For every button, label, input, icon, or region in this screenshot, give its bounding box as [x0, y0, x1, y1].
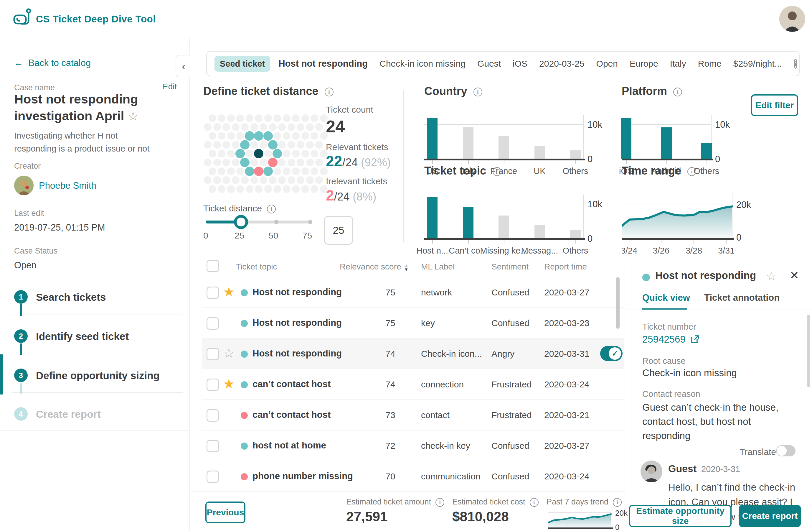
table-row[interactable]: Host not responding75keyConfused2020-03-… [202, 308, 624, 338]
country-info-icon[interactable]: i [474, 87, 482, 96]
bar-us[interactable] [427, 118, 437, 159]
bar-france[interactable] [498, 136, 509, 159]
estimate-opportunity-size-button[interactable]: Estimate opportunity size [629, 505, 731, 527]
row-selected-toggle[interactable]: ✓ [600, 346, 623, 361]
ticket-dot-empty [218, 150, 226, 157]
bar-can-t-co-[interactable] [463, 207, 474, 238]
row-checkbox[interactable] [206, 409, 219, 422]
ticket-dot-teal[interactable] [263, 131, 273, 141]
ticket-dot-teal[interactable] [245, 167, 254, 176]
ticket-dot-teal[interactable] [254, 131, 263, 141]
table-row[interactable]: ★can’t contact host74connectionFrustrate… [202, 369, 624, 400]
create-report-button[interactable]: Create report [739, 505, 801, 527]
ticket-dot-teal[interactable] [240, 140, 249, 150]
step-3-define-opportunity-sizing[interactable]: 3Define opportunity sizing [0, 355, 190, 395]
table-row[interactable]: ★Host not responding75networkConfused202… [202, 277, 624, 308]
ticket-dot-teal[interactable] [235, 149, 245, 158]
table-row[interactable]: can’t contact host73contactFrustrated202… [202, 400, 624, 431]
time-range-info-icon[interactable]: i [687, 167, 696, 176]
x-tick [540, 240, 540, 243]
step-1-search-tickets[interactable]: 1Search tickets [0, 277, 190, 316]
chart-axis: 10k [588, 199, 602, 210]
row-checkbox[interactable] [206, 348, 219, 360]
star-filled-icon[interactable]: ★ [223, 284, 234, 299]
case-favorite-star-icon[interactable]: ☆ [128, 110, 138, 123]
bar-host-n-[interactable] [427, 197, 437, 238]
ticket-dot-dark[interactable] [254, 149, 263, 158]
creator-name-link[interactable]: Phoebe Smith [39, 180, 96, 191]
ticket-dot-teal[interactable] [268, 140, 277, 150]
ticket-number-link[interactable]: 25942569 [642, 334, 686, 345]
sentiment-cell: Frustrated [491, 379, 532, 390]
previous-button[interactable]: Previous [205, 502, 245, 523]
seed-chip: 2020-03-25 [539, 59, 584, 68]
ticket-dot-teal[interactable] [245, 131, 254, 141]
platform-info-icon[interactable]: i [673, 87, 682, 96]
translate-toggle[interactable] [776, 445, 796, 457]
ticket-dot-empty [246, 185, 253, 193]
ticket-dot-empty [218, 114, 226, 122]
bar-others[interactable] [570, 150, 581, 159]
ticket-dot-teal[interactable] [240, 158, 249, 167]
slider-info-icon[interactable]: i [267, 205, 276, 213]
ticket-topic-info-icon[interactable]: i [493, 167, 502, 176]
external-link-icon[interactable] [691, 335, 699, 344]
close-icon[interactable]: ✕ [789, 269, 799, 282]
ticket-distance-slider[interactable] [206, 221, 312, 223]
bar-uk[interactable] [535, 146, 545, 159]
detail-favorite-star-icon[interactable]: ☆ [766, 269, 777, 283]
row-checkbox[interactable] [206, 379, 219, 391]
tab-ticket-annotation[interactable]: Ticket annotation [704, 293, 780, 303]
bar-others[interactable] [701, 143, 712, 159]
distance-info-icon[interactable]: i [325, 87, 334, 96]
ticket-dot-teal[interactable] [263, 167, 273, 176]
cost-info-icon[interactable]: i [530, 498, 539, 507]
select-all-checkbox[interactable] [206, 260, 219, 272]
user-avatar[interactable] [779, 6, 805, 32]
ticket-dot-empty [236, 132, 244, 140]
sidebar-divider [0, 431, 190, 431]
table-row[interactable]: ☆Host not responding74Check-in icon...An… [202, 338, 624, 369]
step-separator [12, 392, 183, 393]
ticket-distance-input[interactable] [324, 216, 353, 245]
table-row[interactable]: phone number missing70communicationConfu… [202, 461, 624, 492]
seed-info-icon[interactable]: i [794, 59, 797, 69]
row-checkbox[interactable] [206, 440, 219, 452]
ticket-dot-empty [250, 176, 258, 184]
row-checkbox[interactable] [206, 287, 219, 299]
edit-filter-button[interactable]: Edit filter [751, 94, 798, 116]
edit-case-link[interactable]: Edit [163, 82, 177, 92]
row-checkbox[interactable] [206, 471, 219, 483]
amount-info-icon[interactable]: i [435, 498, 444, 507]
row-checkbox[interactable] [206, 317, 219, 330]
detail-scrollbar[interactable] [807, 315, 810, 387]
collapse-sidebar-button[interactable]: ‹ [176, 55, 191, 77]
col-report-time[interactable]: Report time [544, 262, 587, 271]
sort-icon[interactable]: ▲▼ [404, 263, 409, 271]
bar-messag-[interactable] [535, 225, 545, 238]
tab-quick-view[interactable]: Quick view [642, 293, 690, 303]
bar-missing-ke-[interactable] [498, 215, 509, 238]
star-outline-icon[interactable]: ☆ [223, 346, 234, 361]
ticket-dot-empty [264, 114, 272, 122]
star-filled-icon[interactable]: ★ [223, 376, 234, 391]
back-to-catalog-link[interactable]: ← Back to catalog [14, 58, 91, 68]
ml-label-cell: connection [421, 379, 464, 390]
bar-ios[interactable] [621, 118, 632, 159]
col-ml-label[interactable]: ML Label [421, 262, 454, 271]
bar-others[interactable] [570, 230, 581, 238]
step-2-identify-seed-ticket[interactable]: 2Identify seed ticket [0, 316, 190, 355]
ticket-dot-teal[interactable] [273, 149, 282, 158]
col-sentiment[interactable]: Sentiment [491, 262, 528, 271]
ticket-dot-pink[interactable] [254, 167, 263, 176]
ticket-dot-pink[interactable] [268, 158, 277, 167]
table-scrollbar[interactable] [616, 277, 620, 329]
trend-info-icon[interactable]: i [613, 498, 622, 507]
col-relevance-score[interactable]: Relevance score▲▼ [340, 262, 408, 271]
slider-handle[interactable] [234, 215, 248, 229]
step-4-create-report[interactable]: 4Create report [0, 394, 190, 433]
table-row[interactable]: host not at home72check-in keyConfused20… [202, 431, 624, 461]
bar-italy[interactable] [463, 127, 474, 159]
bar-android[interactable] [661, 127, 672, 159]
col-ticket-topic[interactable]: Ticket topic [236, 262, 277, 271]
